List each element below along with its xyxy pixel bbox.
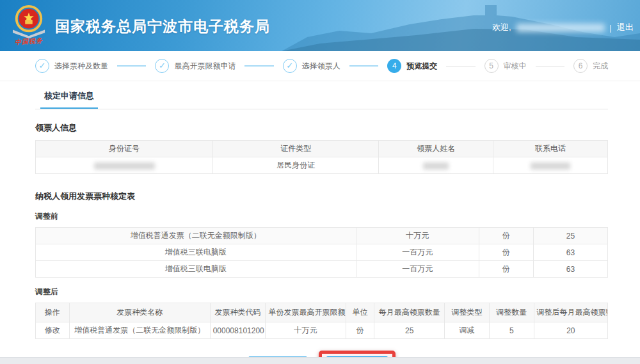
approval-table-title: 纳税人领用发票票种核定表 (35, 191, 608, 202)
collector-name-cell (379, 157, 493, 174)
table-row: 居民身份证 (36, 157, 608, 174)
table-header-row: 操作 发票种类名称 发票种类代码 单份发票最高开票限额 单位 每月最高领票数量 … (36, 303, 608, 322)
cert-type-cell: 居民身份证 (213, 157, 379, 174)
step-number: 5 (484, 59, 499, 73)
column-header: 单份发票最高开票限额 (266, 303, 346, 322)
column-header: 操作 (36, 303, 70, 322)
collector-section-title: 领票人信息 (35, 122, 608, 134)
step-1-select-type: ✓ 选择票种及数量 (35, 59, 108, 73)
welcome-text: 欢迎, (492, 22, 511, 33)
step-connector (536, 66, 564, 67)
after-adjust-table: 操作 发票种类名称 发票种类代码 单份发票最高开票限额 单位 每月最高领票数量 … (35, 303, 608, 339)
before-adjust-label: 调整前 (35, 211, 608, 222)
id-number-cell (36, 157, 213, 174)
step-5-under-review: 5 审核中 (484, 59, 527, 73)
step-label: 选择票种及数量 (54, 61, 108, 72)
user-separator: | (610, 23, 612, 33)
step-connector (446, 66, 475, 67)
column-header: 调整后每月最高领票数量 (534, 303, 607, 322)
redacted-name (423, 162, 449, 170)
column-header: 身份证号 (36, 141, 213, 157)
step-4-preview-submit: 4 预览提交 (387, 59, 437, 73)
redacted-phone (531, 162, 570, 170)
step-done-check-icon: ✓ (283, 59, 297, 73)
table-row: 增值税三联电脑版 一百万元 份 63 (36, 261, 608, 278)
redacted-username (516, 24, 605, 32)
footer-strip (0, 357, 640, 364)
invoice-type-cell: 增值税三联电脑版 (36, 244, 356, 261)
column-header: 证件类型 (213, 141, 379, 157)
table-row: 增值税普通发票（二联无金额限制版） 十万元 份 25 (36, 228, 608, 244)
column-header: 发票种类代码 (210, 303, 266, 322)
step-connector (244, 65, 273, 67)
after-monthly-max-cell: 20 (534, 322, 607, 339)
column-header: 单位 (346, 303, 374, 322)
invoice-type-cell: 增值税普通发票（二联无金额限制版） (69, 322, 210, 339)
quantity-cell: 63 (533, 261, 607, 278)
logout-link[interactable]: 退出 (617, 22, 634, 33)
user-area: 欢迎, | 退出 (492, 22, 634, 33)
tab-approval-info[interactable]: 核定申请信息 (40, 90, 98, 109)
unit-cell: 份 (346, 322, 374, 339)
step-indicator: ✓ 选择票种及数量 ✓ 最高开票限额申请 ✓ 选择领票人 4 预览提交 5 审核… (0, 51, 640, 81)
before-adjust-table: 增值税普通发票（二联无金额限制版） 十万元 份 25 增值税三联电脑版 一百万元… (35, 227, 608, 278)
table-header-row: 身份证号 证件类型 领票人姓名 联系电话 (36, 141, 608, 157)
unit-cell: 份 (479, 244, 533, 261)
site-title: 国家税务总局宁波市电子税务局 (55, 17, 270, 36)
column-header: 调整数量 (489, 303, 534, 322)
quantity-cell: 63 (533, 244, 607, 261)
adjust-type-cell: 调减 (445, 322, 490, 339)
invoice-type-cell: 增值税普通发票（二联无金额限制版） (36, 228, 356, 244)
invoice-code-cell: 000008101200 (210, 322, 266, 339)
quantity-cell: 25 (533, 228, 607, 244)
step-connector (349, 65, 378, 67)
step-6-complete: 6 完成 (573, 59, 608, 73)
phone-cell (493, 157, 608, 174)
step-2-limit-apply: ✓ 最高开票限额申请 (155, 59, 236, 73)
after-adjust-label: 调整后 (35, 287, 608, 297)
limit-cell: 一百万元 (356, 261, 479, 278)
collector-info-table: 身份证号 证件类型 领票人姓名 联系电话 居民身份证 (35, 140, 608, 174)
national-emblem-icon: 中国税务 (10, 5, 47, 47)
step-label: 审核中 (504, 61, 527, 72)
step-done-check-icon: ✓ (35, 59, 49, 73)
unit-cell: 份 (479, 228, 533, 244)
step-3-select-collector: ✓ 选择领票人 (283, 59, 340, 73)
redacted-id-number (94, 162, 155, 170)
invoice-type-cell: 增值税三联电脑版 (36, 261, 356, 278)
app-header: 中国税务 国家税务总局宁波市电子税务局 欢迎, | 退出 (0, 0, 640, 51)
monthly-max-cell: 25 (374, 322, 445, 339)
step-label: 完成 (593, 61, 608, 72)
emblem-script-text: 中国税务 (10, 36, 48, 47)
step-label: 预览提交 (406, 61, 437, 72)
column-header: 领票人姓名 (379, 141, 493, 157)
adjust-qty-cell: 5 (489, 322, 534, 339)
step-number: 4 (387, 59, 401, 73)
table-row: 修改 增值税普通发票（二联无金额限制版） 000008101200 十万元 份 … (36, 322, 608, 339)
tab-bar: 核定申请信息 (35, 81, 608, 109)
column-header: 每月最高领票数量 (374, 303, 445, 322)
column-header: 联系电话 (493, 141, 608, 157)
limit-cell: 十万元 (356, 228, 479, 244)
table-row: 增值税三联电脑版 一百万元 份 63 (36, 244, 608, 261)
step-done-check-icon: ✓ (155, 59, 169, 73)
column-header: 调整类型 (445, 303, 490, 322)
step-label: 最高开票限额申请 (174, 61, 236, 72)
operation-cell: 修改 (36, 322, 70, 339)
limit-cell: 一百万元 (356, 244, 479, 261)
column-header: 发票种类名称 (69, 303, 210, 322)
step-connector (117, 65, 146, 67)
unit-cell: 份 (479, 261, 533, 278)
step-number: 6 (573, 59, 588, 73)
step-label: 选择领票人 (302, 61, 340, 72)
main-content: 核定申请信息 领票人信息 身份证号 证件类型 领票人姓名 联系电话 居民身份证 … (0, 81, 640, 364)
limit-cell: 十万元 (266, 322, 346, 339)
